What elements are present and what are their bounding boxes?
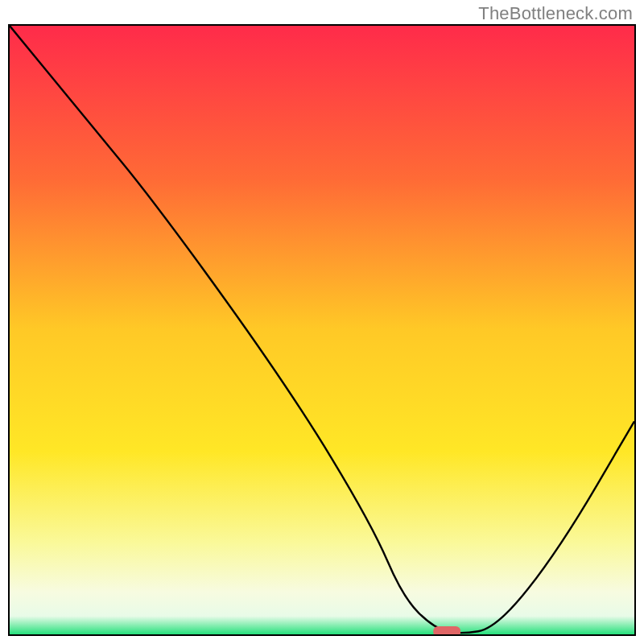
chart-background bbox=[10, 26, 634, 634]
attribution-text: TheBottleneck.com bbox=[478, 3, 633, 24]
optimal-marker bbox=[433, 626, 460, 634]
bottleneck-chart bbox=[10, 26, 634, 634]
chart-frame bbox=[8, 24, 636, 636]
